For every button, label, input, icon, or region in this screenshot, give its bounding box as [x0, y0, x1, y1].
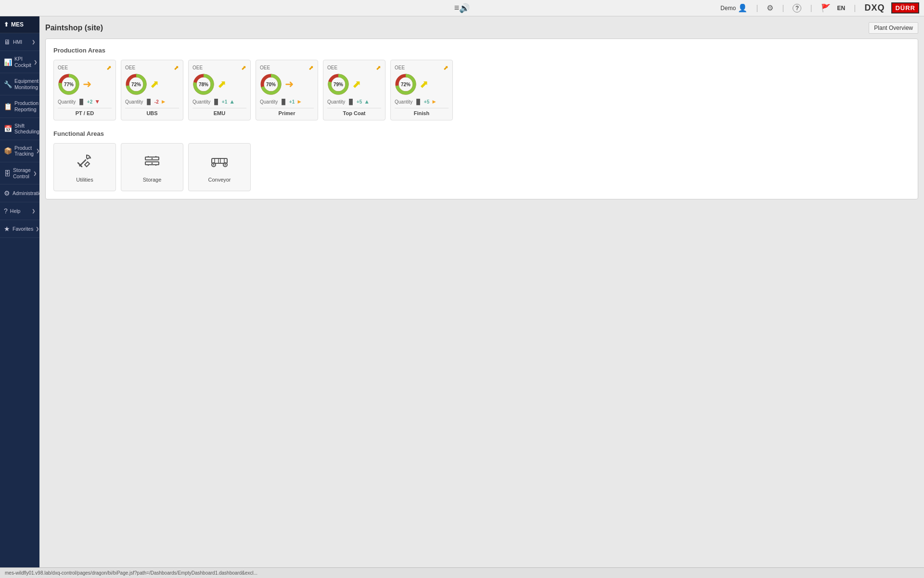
qty-arrow: ►: [296, 98, 302, 105]
sidebar: ⬆ MES 🖥 HMI ❯ 📊 KPI Cockpit ❯ 🔧 Equipmen…: [0, 16, 39, 567]
sidebar-label-hmi: HMI: [13, 39, 29, 45]
oee-trend-arrow: ⬈: [352, 78, 361, 91]
area-card-emu[interactable]: OEE ⬈ 78% ⬈ Quantity ▐▌ +1 ▲ EMU: [188, 60, 251, 120]
func-card-storage[interactable]: Storage: [121, 143, 183, 191]
area-card-finish[interactable]: OEE ⬈ 72% ⬈ Quantity ▐▌ +5 ► Finish: [390, 60, 453, 120]
language-selector[interactable]: EN: [837, 5, 846, 12]
oee-donut: 70%: [260, 73, 282, 95]
oee-trend-arrow: ➜: [83, 78, 91, 91]
topbar-center-icon: ≡ 🔊: [454, 3, 470, 13]
sidebar-item-product[interactable]: 📦 Product Tracking ❯: [0, 140, 39, 162]
quantity-row: Quantity ▐▌ +2 ▼: [58, 98, 112, 105]
area-card-link-icon[interactable]: ⬈: [241, 64, 246, 71]
area-card-header: OEE ⬈: [192, 64, 246, 71]
production-areas-title: Production Areas: [53, 47, 910, 54]
oee-label: OEE: [327, 65, 337, 70]
sidebar-arrow-favorites: ❯: [36, 226, 39, 231]
oee-row: 77% ➜: [58, 73, 112, 95]
func-card-name-conveyor: Conveyor: [208, 177, 231, 183]
oee-percent-value: 72%: [401, 82, 411, 87]
oee-donut: 72%: [125, 73, 147, 95]
qty-bars-icon: ▐▌: [280, 99, 287, 105]
topbar: ≡ 🔊 Demo 👤 | ⚙ | ? | 🚩 EN | DXQ DÜRR: [0, 0, 924, 16]
statusbar: mes-wildfly01.v98.lab/dxq-control/pages/…: [0, 567, 924, 578]
func-icon-utilities: [76, 152, 93, 173]
area-card-link-icon[interactable]: ⬈: [174, 64, 179, 71]
qty-label: Quantity: [260, 99, 278, 105]
func-card-conveyor[interactable]: Conveyor: [188, 143, 251, 191]
sidebar-item-help[interactable]: ? Help ❯: [0, 202, 39, 220]
durr-logo: DÜRR: [891, 2, 919, 13]
oee-trend-arrow: ➜: [285, 78, 294, 91]
help-icon[interactable]: ?: [793, 4, 801, 13]
area-card-link-icon[interactable]: ⬈: [308, 64, 314, 71]
topbar-user[interactable]: Demo 👤: [720, 3, 747, 13]
oee-row: 72% ⬈: [395, 73, 449, 95]
qty-value: -2: [154, 99, 159, 105]
area-card-ubs[interactable]: OEE ⬈ 72% ⬈ Quantity ▐▌ -2 ► UBS: [121, 60, 183, 120]
production-area-cards: OEE ⬈ 77% ➜ Quantity ▐▌ +2 ▼ PT / ED OEE…: [53, 60, 910, 120]
oee-percent-value: 72%: [131, 82, 141, 87]
sidebar-mes[interactable]: ⬆ MES: [0, 16, 39, 33]
qty-value: +5: [424, 99, 429, 105]
flag-icon[interactable]: 🚩: [821, 3, 831, 13]
sidebar-icon-hmi: 🖥: [4, 38, 11, 46]
sidebar-item-admin[interactable]: ⚙ Administration ❯: [0, 184, 39, 202]
svg-rect-29: [220, 158, 224, 163]
user-label: Demo: [720, 5, 736, 12]
sidebar-label-admin: Administration: [13, 190, 39, 197]
qty-arrow: ►: [431, 98, 437, 105]
sidebar-icon-admin: ⚙: [4, 189, 10, 197]
qty-bars-icon: ▐▌: [77, 99, 85, 105]
sidebar-item-equipment[interactable]: 🔧 Equipment Monitoring ❯: [0, 73, 39, 95]
qty-bars-icon: ▐▌: [212, 99, 220, 105]
topbar-sep3: |: [810, 4, 812, 13]
oee-trend-arrow: ⬈: [150, 78, 159, 91]
func-card-utilities[interactable]: Utilities: [53, 143, 116, 191]
area-card-name: Primer: [260, 108, 314, 116]
sidebar-item-hmi[interactable]: 🖥 HMI ❯: [0, 33, 39, 51]
area-card-link-icon[interactable]: ⬈: [106, 64, 112, 71]
area-card-link-icon[interactable]: ⬈: [443, 64, 449, 71]
qty-label: Quantity: [395, 99, 412, 105]
svg-point-33: [225, 164, 226, 165]
func-card-name-utilities: Utilities: [76, 177, 93, 183]
oee-label: OEE: [192, 65, 203, 70]
settings-icon[interactable]: ⚙: [767, 3, 773, 13]
oee-percent-value: 77%: [64, 82, 74, 87]
oee-row: 72% ⬈: [125, 73, 179, 95]
area-card-name: UBS: [125, 108, 179, 116]
sidebar-icon-product: 📦: [4, 147, 12, 155]
oee-label: OEE: [125, 65, 135, 70]
area-card-link-icon[interactable]: ⬈: [376, 64, 381, 71]
sidebar-label-production: Production Reporting: [14, 100, 38, 112]
plant-overview-button[interactable]: Plant Overview: [869, 22, 918, 34]
quantity-row: Quantity ▐▌ +1 ►: [260, 98, 314, 105]
sidebar-icon-favorites: ★: [4, 225, 10, 233]
sidebar-item-shift[interactable]: 📅 Shift Scheduling ❯: [0, 118, 39, 140]
functional-areas-title: Functional Areas: [53, 130, 910, 137]
page-header: Paintshop (site) Plant Overview: [45, 22, 918, 34]
area-card-header: OEE ⬈: [125, 64, 179, 71]
sidebar-arrow-product: ❯: [36, 148, 39, 153]
dashboard-card: Production Areas OEE ⬈ 77% ➜ Quantity ▐▌…: [45, 39, 918, 199]
sidebar-icon-production: 📋: [4, 103, 12, 110]
topbar-sep1: |: [756, 4, 758, 13]
content-area: Paintshop (site) Plant Overview Producti…: [39, 16, 924, 567]
sidebar-item-favorites[interactable]: ★ Favorites ❯: [0, 220, 39, 238]
sidebar-item-production[interactable]: 📋 Production Reporting ❯: [0, 95, 39, 118]
func-icon-storage: [143, 152, 161, 173]
sidebar-item-storage[interactable]: 🗄 Storage Control ❯: [0, 162, 39, 184]
sidebar-item-kpi[interactable]: 📊 KPI Cockpit ❯: [0, 51, 39, 73]
area-card-header: OEE ⬈: [327, 64, 381, 71]
area-card-top-coat[interactable]: OEE ⬈ 79% ⬈ Quantity ▐▌ +5 ▲ Top Coat: [323, 60, 385, 120]
area-card-header: OEE ⬈: [395, 64, 449, 71]
quantity-row: Quantity ▐▌ +5 ►: [395, 98, 449, 105]
sidebar-icon-help: ?: [4, 207, 8, 215]
area-card-pt-/-ed[interactable]: OEE ⬈ 77% ➜ Quantity ▐▌ +2 ▼ PT / ED: [53, 60, 116, 120]
qty-value: +1: [289, 99, 295, 105]
dxq-logo: DXQ: [864, 3, 885, 13]
sidebar-label-equipment: Equipment Monitoring: [14, 78, 38, 90]
area-card-primer[interactable]: OEE ⬈ 70% ➜ Quantity ▐▌ +1 ► Primer: [256, 60, 318, 120]
oee-row: 70% ➜: [260, 73, 314, 95]
